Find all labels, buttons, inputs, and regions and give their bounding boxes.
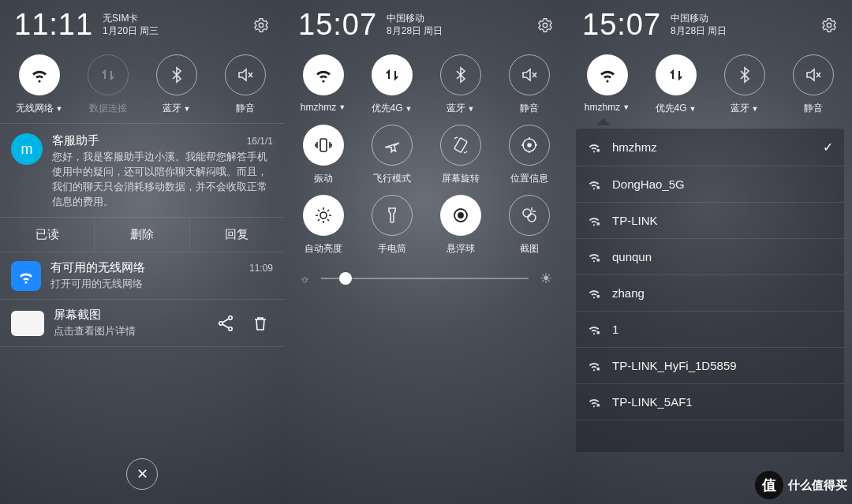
quick-toggle-row: 自动亮度 手电筒 悬浮球 截图 (284, 189, 568, 259)
wifi-signal-icon (587, 179, 601, 190)
brightness-high-icon: ☀ (540, 270, 552, 287)
wifi-network-name: TP-LINK_5AF1 (612, 395, 833, 409)
wifi-signal-icon (587, 324, 601, 335)
action-delete[interactable]: 删除 (95, 218, 189, 252)
toggle-label: 屏幕旋转 (442, 172, 480, 185)
action-reply[interactable]: 回复 (190, 218, 284, 252)
date-label: 8月28日 周日 (671, 25, 727, 38)
wifi-network-item[interactable]: hmzhmz ✓ (576, 129, 844, 166)
wifi-network-name: TP-LINK_HyFi_1D5859 (612, 359, 833, 372)
toggle-rotate[interactable]: 屏幕旋转 (428, 125, 493, 185)
caret-down-icon: ▼ (752, 105, 759, 113)
notification-item[interactable]: 屏幕截图 点击查看图片详情 (0, 300, 284, 347)
toggle-floatball[interactable]: 悬浮球 (428, 195, 493, 256)
wifi-network-item[interactable]: TP-LINK_HyFi_1D5859 (576, 348, 844, 384)
settings-gear-icon[interactable] (819, 15, 839, 35)
toggle-screenshot[interactable]: 截图 (497, 195, 562, 256)
toggle-data[interactable]: 数据连接 (76, 54, 140, 115)
quick-toggle-row: hmzhmz▼ 优先4G▼ 蓝牙▼ 静音 (568, 47, 852, 118)
screenshot-icon (509, 195, 550, 236)
toggle-label: 蓝牙▼ (447, 102, 475, 115)
wifi-signal-icon (587, 288, 601, 299)
app-icon: m (11, 133, 43, 165)
clear-all-button[interactable]: ✕ (126, 458, 158, 490)
clock-time: 11:11 (14, 8, 93, 42)
wifi-network-name: DongHao_5G (612, 177, 833, 191)
caret-down-icon: ▼ (56, 105, 63, 113)
caret-down-icon: ▼ (689, 105, 697, 113)
svg-rect-19 (597, 295, 600, 298)
toggle-bt[interactable]: 蓝牙▼ (144, 54, 209, 115)
toggle-torch[interactable]: 手电筒 (360, 195, 424, 256)
quick-toggle-row: 无线网络▼ 数据连接 蓝牙▼ 静音 (0, 47, 284, 118)
mute-icon (225, 54, 266, 95)
toggle-wifi[interactable]: hmzhmz▼ (291, 54, 356, 115)
wifi-signal-icon (587, 397, 601, 408)
toggle-location[interactable]: 位置信息 (497, 125, 562, 185)
watermark-badge-icon: 值 (755, 471, 783, 499)
slider-thumb[interactable] (339, 272, 352, 285)
toggle-airplane[interactable]: 飞行模式 (360, 125, 424, 185)
trash-icon[interactable] (248, 311, 273, 336)
toggle-label: 数据连接 (89, 102, 127, 115)
toggle-bt[interactable]: 蓝牙▼ (428, 54, 493, 115)
svg-point-14 (827, 23, 831, 28)
share-icon[interactable] (213, 311, 238, 336)
wifi-network-item[interactable]: TP-LINK_5AF1 (576, 384, 844, 420)
status-header: 11:11 无SIM卡 1月20日 周三 (0, 0, 284, 47)
toggle-bt[interactable]: 蓝牙▼ (712, 54, 777, 115)
wifi-network-name: TP-LINK (612, 214, 833, 227)
wifi-network-item[interactable]: zhang (576, 275, 844, 312)
notification-title: 客服助手 (52, 133, 99, 148)
settings-gear-icon[interactable] (535, 15, 555, 35)
wifi-icon (19, 54, 60, 95)
wifi-icon (303, 54, 344, 95)
toggle-data[interactable]: 优先4G▼ (644, 54, 708, 115)
notification-subtitle: 点击查看图片详情 (54, 324, 204, 338)
toggle-label: 手电筒 (378, 242, 406, 256)
clock-time: 15:07 (298, 8, 377, 42)
svg-rect-5 (320, 139, 327, 151)
wifi-network-item[interactable]: DongHao_5G (576, 166, 844, 203)
quick-toggle-row: hmzhmz▼ 优先4G▼ 蓝牙▼ 静音 (284, 47, 568, 118)
screen-quick-settings: 15:07 中国移动 8月28日 周日 hmzhmz▼ 优先4G▼ 蓝牙▼ 静音… (284, 0, 568, 504)
rotate-icon (440, 125, 481, 166)
toggle-data[interactable]: 优先4G▼ (360, 54, 424, 115)
svg-point-8 (528, 144, 531, 147)
toggle-label: hmzhmz▼ (301, 102, 346, 113)
action-read[interactable]: 已读 (0, 218, 95, 252)
toggle-label: 静音 (520, 102, 539, 115)
wifi-network-item[interactable]: qunqun (576, 239, 844, 275)
notification-message: 您好，我是客服助手边小溪。我能帮您解答手机使用中的疑问，还可以陪你聊天解闷哦。而… (52, 150, 273, 209)
connected-check-icon: ✓ (823, 140, 833, 155)
svg-point-11 (458, 213, 463, 218)
vibrate-icon (303, 125, 344, 166)
screenshot-thumbnail-icon (11, 311, 44, 336)
toggle-label: 静音 (804, 102, 823, 115)
toggle-label: 静音 (236, 102, 255, 115)
svg-rect-15 (597, 149, 600, 152)
toggle-wifi[interactable]: 无线网络▼ (7, 54, 72, 115)
carrier-label: 中国移动 (387, 13, 443, 25)
settings-gear-icon[interactable] (251, 15, 271, 35)
wifi-network-item[interactable]: TP-LINK (576, 203, 844, 239)
toggle-wifi[interactable]: hmzhmz▼ (575, 54, 640, 115)
data-icon (656, 54, 697, 95)
svg-rect-20 (597, 331, 600, 334)
notification-item[interactable]: m 客服助手 16/1/1 您好，我是客服助手边小溪。我能帮您解答手机使用中的疑… (0, 124, 284, 218)
bt-icon (724, 54, 765, 95)
quick-toggle-row: 振动 飞行模式 屏幕旋转 位置信息 (284, 118, 568, 189)
notification-item[interactable]: 有可用的无线网络 11:09 打开可用的无线网络 (0, 252, 284, 300)
toggle-mute[interactable]: 静音 (213, 54, 278, 115)
brightness-slider[interactable] (321, 278, 529, 279)
toggle-brightness[interactable]: 自动亮度 (291, 195, 356, 256)
wifi-network-name: qunqun (612, 250, 833, 263)
screen-wifi-list: 15:07 中国移动 8月28日 周日 hmzhmz▼ 优先4G▼ 蓝牙▼ 静音… (568, 0, 852, 504)
wifi-icon (11, 261, 41, 291)
toggle-mute[interactable]: 静音 (497, 54, 562, 115)
date-block: 无SIM卡 1月20日 周三 (103, 13, 159, 37)
caret-down-icon: ▼ (184, 105, 191, 113)
toggle-mute[interactable]: 静音 (781, 54, 846, 115)
wifi-network-item[interactable]: 1 (576, 312, 844, 348)
toggle-vibrate[interactable]: 振动 (291, 125, 356, 185)
